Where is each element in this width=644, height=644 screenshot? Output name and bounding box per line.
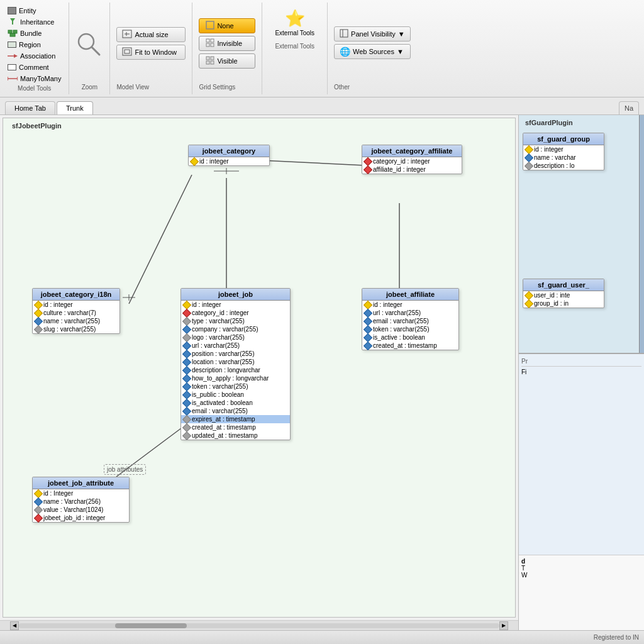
field-ja-created[interactable]: created_at : timestamp — [362, 341, 458, 350]
diagram[interactable]: sfJobeetPlugin — [3, 118, 516, 618]
external-tools-icon: ⭐ — [285, 9, 305, 28]
bundle-tool[interactable]: Bundle — [5, 28, 64, 38]
scroll-right-button[interactable]: ▶ — [499, 621, 508, 630]
plugin1-label: sfJobeetPlugin — [8, 119, 65, 132]
pk-icon — [190, 157, 199, 165]
field-jj-location[interactable]: location : varchar(255) — [181, 358, 290, 366]
scrollbar-thumb[interactable] — [115, 623, 187, 628]
inheritance-label: Inheritance — [20, 18, 54, 26]
tab-trunk-label: Trunk — [66, 104, 84, 112]
inheritance-tool[interactable]: Inheritance — [5, 17, 64, 27]
field-jca-aff-id[interactable]: affiliate_id : integer — [362, 165, 462, 174]
field-jja-value[interactable]: value : Varchar(1024) — [33, 506, 129, 514]
field-ja-active[interactable]: is_active : boolean — [362, 333, 458, 341]
field-jja-job-id[interactable]: jobeet_job_id : integer — [33, 514, 129, 522]
field-ja-email[interactable]: email : varchar(255) — [362, 317, 458, 325]
field-jj-url[interactable]: url : varchar(255) — [181, 341, 290, 350]
panel-visibility-button[interactable]: Panel Visibility ▼ — [334, 26, 411, 42]
pk-icon — [34, 308, 43, 317]
field-jj-activated[interactable]: is_activated : boolean — [181, 399, 290, 407]
svg-marker-1 — [10, 18, 15, 22]
gray-icon — [34, 505, 43, 514]
entity-sf-guard-group[interactable]: sf_guard_group id : integer name : varch… — [523, 133, 604, 170]
entity-jobeet-category-i18n[interactable]: jobeet_category_i18n id : integer cultur… — [32, 288, 120, 334]
field-sgu-user-id[interactable]: user_id : inte — [523, 291, 604, 299]
field-jci-slug[interactable]: slug : varchar(255) — [33, 325, 119, 333]
fk-icon — [364, 157, 372, 165]
grid-settings-label: Grid Settings — [199, 82, 235, 91]
svg-marker-6 — [14, 54, 18, 58]
fit-to-window-button[interactable]: Fit to Window — [116, 45, 186, 60]
field-sgg-desc[interactable]: description : lo — [523, 162, 604, 170]
svg-rect-16 — [125, 50, 130, 53]
association-tool[interactable]: Association — [5, 51, 64, 61]
field-jj-position[interactable]: position : varchar(255) — [181, 350, 290, 358]
field-ja-id[interactable]: id : integer — [362, 301, 458, 309]
horizontal-scrollbar[interactable]: ◀ ▶ — [0, 620, 518, 630]
field-jj-email[interactable]: email : varchar(255) — [181, 407, 290, 415]
field-jci-name[interactable]: name : varchar(255) — [33, 317, 119, 325]
field-jj-company[interactable]: company : varchar(255) — [181, 325, 290, 333]
desc-label: d — [521, 558, 641, 565]
entity-jobeet-category[interactable]: jobeet_category id : integer — [188, 145, 270, 166]
comment-tool[interactable]: Comment — [5, 62, 64, 72]
external-tools-button[interactable]: ⭐ External Tools — [270, 6, 319, 39]
entity-sf-guard-user[interactable]: sf_guard_user_ user_id : inte group_id :… — [523, 279, 604, 308]
entity-jobeet-job[interactable]: jobeet_job id : integer category_id : in… — [180, 288, 291, 440]
fit-to-window-label: Fit to Window — [135, 48, 177, 56]
svg-line-11 — [92, 47, 99, 55]
toolbar: Entity Inheritance Bundle Region — [0, 0, 644, 97]
field-jj-desc[interactable]: description : longvarchar — [181, 366, 290, 374]
scroll-left-button[interactable]: ◀ — [10, 621, 19, 630]
field-jca-cat-id[interactable]: category_id : integer — [362, 157, 462, 165]
tab-home[interactable]: Home Tab — [5, 101, 55, 114]
field-jj-expires[interactable]: expires_at : timestamp — [181, 415, 290, 423]
none-icon — [206, 21, 214, 31]
field-ja-url[interactable]: url : varchar(255) — [362, 309, 458, 317]
blue-icon — [364, 341, 372, 350]
field-jja-name[interactable]: name : Varchar(256) — [33, 497, 129, 506]
field-jj-cat-id[interactable]: category_id : integer — [181, 309, 290, 317]
fit-to-window-icon — [122, 47, 132, 57]
tab-trunk[interactable]: Trunk — [57, 101, 93, 114]
field-jj-type[interactable]: type : varchar(255) — [181, 317, 290, 325]
field-sgg-name[interactable]: name : varchar — [523, 153, 604, 162]
field-sgu-group-id[interactable]: group_id : in — [523, 299, 604, 308]
field-jj-public[interactable]: is_public : boolean — [181, 391, 290, 399]
svg-rect-21 — [211, 43, 214, 47]
field-jc-id[interactable]: id : integer — [189, 157, 269, 165]
invisible-button[interactable]: Invisible — [199, 36, 255, 51]
panel-scroll-indicator — [639, 115, 644, 353]
field-jj-hta[interactable]: how_to_apply : longvarchar — [181, 374, 290, 382]
blue-icon — [525, 153, 533, 162]
comment-icon — [8, 64, 16, 70]
entity-tool[interactable]: Entity — [5, 6, 64, 16]
actual-size-button[interactable]: Actual size — [116, 27, 186, 42]
region-label: Region — [19, 41, 41, 48]
region-tool[interactable]: Region — [5, 40, 64, 50]
field-jj-logo[interactable]: logo : varchar(255) — [181, 333, 290, 341]
field-ja-token[interactable]: token : varchar(255) — [362, 325, 458, 333]
entity-jobeet-job-attribute[interactable]: jobeet_job_attribute id : Integer name :… — [32, 477, 130, 523]
field-jj-updated[interactable]: updated_at : timestamp — [181, 431, 290, 440]
field-jci-culture[interactable]: culture : varchar(7) — [33, 309, 119, 317]
external-tools-section-label: External Tools — [275, 42, 314, 50]
svg-rect-18 — [206, 39, 209, 42]
entity-jobeet-affiliate[interactable]: jobeet_affiliate id : integer url : varc… — [362, 288, 459, 350]
field-jci-id[interactable]: id : integer — [33, 301, 119, 309]
entity-jobeet-category-affiliate[interactable]: jobeet_category_affiliate category_id : … — [362, 145, 462, 174]
field-sgg-id[interactable]: id : integer — [523, 145, 604, 153]
visible-button[interactable]: Visible — [199, 53, 255, 69]
gray-icon — [182, 423, 191, 431]
field-jj-token[interactable]: token : varchar(255) — [181, 382, 290, 391]
blue-icon — [182, 365, 191, 374]
field-jj-created[interactable]: created_at : timestamp — [181, 423, 290, 431]
pk-icon — [34, 489, 43, 497]
field-jj-id[interactable]: id : integer — [181, 301, 290, 309]
web-sources-button[interactable]: 🌐 Web Sources ▼ — [334, 44, 411, 59]
scrollbar-track[interactable] — [19, 623, 499, 628]
none-button[interactable]: None — [199, 18, 255, 33]
field-jja-id[interactable]: id : Integer — [33, 489, 129, 497]
zoom-icon-container[interactable] — [77, 32, 102, 57]
manytomany-tool[interactable]: ManyToMany — [5, 74, 64, 84]
